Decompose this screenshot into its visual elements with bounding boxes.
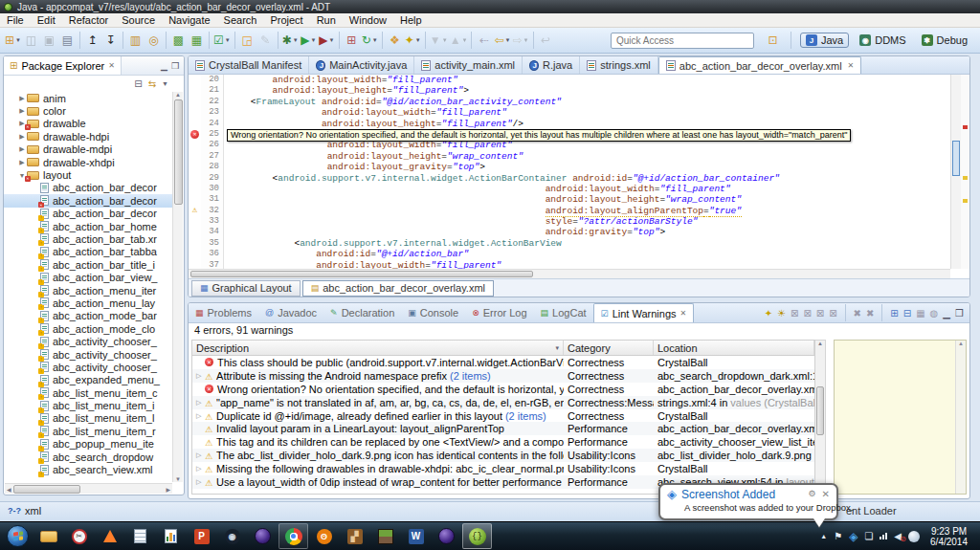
blender[interactable]: ʘ xyxy=(309,523,339,549)
warning-marker[interactable] xyxy=(963,176,968,180)
dropdown-arrow-icon[interactable]: ▼ xyxy=(415,37,421,43)
code-line[interactable]: 23 android:layout_width="fill_parent" xyxy=(189,107,950,118)
tree-item-abc-popup-menu-ite[interactable]: !abc_popup_menu_ite xyxy=(4,438,172,451)
code-line[interactable]: 24 android:layout_height="fill_parent"/> xyxy=(189,119,950,129)
print-icon[interactable]: ▤ xyxy=(59,30,76,51)
close-icon[interactable]: ✕ xyxy=(680,309,687,318)
lint-row[interactable]: ▷⚠Missing the following drawables in dra… xyxy=(192,462,814,475)
quickfix-icon[interactable]: ☀ xyxy=(777,308,786,319)
lint-row[interactable]: ▷⚠The abc_list_divider_holo_dark.9.png i… xyxy=(192,449,814,462)
remove-all-markers-icon[interactable]: ✖ xyxy=(866,308,874,319)
dropdown-arrow-icon[interactable]: ▼ xyxy=(328,37,334,43)
coverage-icon[interactable]: ⊞ xyxy=(344,30,360,51)
powerpoint[interactable]: P xyxy=(187,523,216,549)
page-tab-abc-action-bar-decor-overlay-xml[interactable]: ▤abc_action_bar_decor_overlay.xml xyxy=(302,280,494,297)
expand-arrow-icon[interactable]: ▷ xyxy=(196,465,205,473)
lint-row[interactable]: ✕Wrong orientation? No orientation speci… xyxy=(192,383,814,396)
items-link[interactable]: (2 items) xyxy=(505,410,546,422)
maximize-icon[interactable]: ❒ xyxy=(955,308,964,319)
code-line[interactable]: 35 <android.support.v7.internal.widget.A… xyxy=(189,238,950,249)
run-lint-icon[interactable]: ✦ xyxy=(765,308,772,319)
code-line[interactable]: 33 style="?attr/actionBarStyle" xyxy=(189,216,950,227)
tree-item-drawable-xhdpi[interactable]: ▶drawable-xhdpi xyxy=(4,156,172,168)
tree-item-abc-search-dropdow[interactable]: !abc_search_dropdow xyxy=(4,451,172,463)
editor-tab-mainactivity-java[interactable]: MainActivity.java xyxy=(309,56,414,74)
tree-item-abc-list-menu-item-r[interactable]: !abc_list_menu_item_r xyxy=(4,425,172,437)
tree-item-abc-action-bar-tabba[interactable]: !abc_action_bar_tabba xyxy=(4,246,172,258)
snipping-tool[interactable]: ✂ xyxy=(64,523,94,549)
view-tab-problems[interactable]: ▦Problems xyxy=(189,303,258,322)
perspective-debug[interactable]: ✱Debug xyxy=(917,33,972,47)
menu-search[interactable]: Search xyxy=(217,13,264,27)
network-signal-icon[interactable] xyxy=(880,533,887,539)
code-line[interactable]: 29 <android.support.v7.internal.widget.A… xyxy=(189,173,950,184)
code-line[interactable]: 36 android:id="@+id/action_bar" xyxy=(189,249,950,259)
adt-eclipse[interactable]: {} xyxy=(462,523,492,549)
editor-tab-r-java[interactable]: R.java xyxy=(523,56,580,74)
page-tab-graphical-layout[interactable]: ▦Graphical Layout xyxy=(191,280,301,297)
code-line[interactable]: 20 android:layout_width="fill_parent" xyxy=(189,75,950,85)
tray-app-icon[interactable] xyxy=(908,531,920,542)
clipboard-tray-icon[interactable]: ❏ xyxy=(864,531,873,541)
menu-help[interactable]: Help xyxy=(393,13,429,27)
menu-edit[interactable]: Edit xyxy=(31,13,62,27)
minimize-icon[interactable]: ▁ xyxy=(943,308,950,319)
tree-item-abc-action-mode-bar[interactable]: !abc_action_mode_bar xyxy=(4,310,172,322)
tree-item-drawable-hdpi[interactable]: ▶drawable-hdpi xyxy=(4,130,172,143)
view-tab-logcat[interactable]: ▤LogCat xyxy=(534,303,593,322)
menu-source[interactable]: Source xyxy=(115,13,162,27)
options-icon[interactable]: ◍ xyxy=(930,308,939,319)
android-avd-manager-icon[interactable]: ▦ xyxy=(189,30,205,51)
collapsed-arrow-icon[interactable]: ▶ xyxy=(17,107,27,115)
tree-item-anim[interactable]: ▶anim xyxy=(4,92,172,104)
view-tab-console[interactable]: ▣Console xyxy=(401,303,465,322)
tree-item-abc-action-bar-decor[interactable]: abc_action_bar_decor xyxy=(4,182,172,194)
lint-table-scrollbar[interactable]: ▲ xyxy=(815,340,826,495)
menu-navigate[interactable]: Navigate xyxy=(162,13,216,27)
ignore-in-file-icon[interactable]: ⊠ xyxy=(803,308,811,319)
vlc-player[interactable] xyxy=(95,523,124,549)
perspective-java[interactable]: JJava xyxy=(800,33,849,48)
dropbox-tray-icon[interactable]: ◈ xyxy=(849,530,858,543)
new-junit-test-icon[interactable]: ☑▼ xyxy=(213,30,231,51)
editor-overview-ruler[interactable] xyxy=(961,75,969,269)
new-android-project-icon[interactable]: ◲ xyxy=(239,30,256,51)
close-icon[interactable]: ✕ xyxy=(848,61,855,70)
maximize-icon[interactable]: ❒ xyxy=(171,61,179,71)
expand-arrow-icon[interactable]: ▷ xyxy=(196,412,205,420)
menu-run[interactable]: Run xyxy=(310,13,343,27)
tree-horizontal-scrollbar[interactable]: ◀ ▶ xyxy=(5,483,172,494)
eclipse-2[interactable] xyxy=(432,523,461,549)
dropdown-arrow-icon[interactable]: ▼ xyxy=(523,37,529,43)
code-line[interactable]: 27 android:layout_height="wrap_content" xyxy=(189,151,950,162)
code-line[interactable]: 26 android:layout_width="fill_parent" xyxy=(189,140,950,150)
code-line[interactable]: 30 android:layout_width="fill_parent" xyxy=(189,184,950,194)
tree-item-abc-search-view-xml[interactable]: !abc_search_view.xml xyxy=(4,463,172,475)
view-menu-icon[interactable]: ▼ xyxy=(162,80,168,87)
lint-row[interactable]: ▷⚠Attribute is missing the Android names… xyxy=(192,369,814,383)
close-icon[interactable]: ✕ xyxy=(822,489,830,499)
debug-icon[interactable]: ✱▼ xyxy=(282,30,299,51)
tree-vertical-scrollbar[interactable]: ▲ ▼ xyxy=(172,92,183,482)
editor-horizontal-scrollbar[interactable] xyxy=(189,269,950,278)
expand-arrow-icon[interactable]: ▷ xyxy=(196,399,205,407)
column-header-category[interactable]: Category xyxy=(564,341,654,355)
dropdown-arrow-icon[interactable]: ▼ xyxy=(505,37,511,43)
menu-file[interactable]: File xyxy=(0,13,31,27)
dropdown-arrow-icon[interactable]: ▼ xyxy=(442,37,448,43)
code-line[interactable]: 28 android:layout_gravity="top"> xyxy=(189,162,950,172)
tree-item-color[interactable]: ▶color xyxy=(4,104,172,117)
android-sdk-manager-icon[interactable]: ▩ xyxy=(170,30,187,51)
tree-item-abc-action-bar-title-i[interactable]: !abc_action_bar_title_i xyxy=(4,258,172,271)
code-line[interactable]: 37 android:layout_width="fill_parent" xyxy=(189,260,950,269)
jar-export-icon[interactable]: ▥ xyxy=(127,30,144,51)
view-tab-javadoc[interactable]: @Javadoc xyxy=(258,303,323,322)
word[interactable]: W xyxy=(401,523,431,549)
tree-item-abc-action-bar-home[interactable]: !abc_action_bar_home xyxy=(4,220,172,232)
tray-expand-icon[interactable]: ▲ xyxy=(820,533,827,539)
editor-tab-activity-main-xml[interactable]: activity_main.xml xyxy=(414,56,523,74)
action-center-flag-icon[interactable]: ⚑ xyxy=(834,531,842,541)
steam[interactable]: ◉ xyxy=(217,523,247,549)
back-icon[interactable]: ⇦▼ xyxy=(494,30,510,51)
javadoc-wizard-icon[interactable]: ◎ xyxy=(145,30,162,51)
